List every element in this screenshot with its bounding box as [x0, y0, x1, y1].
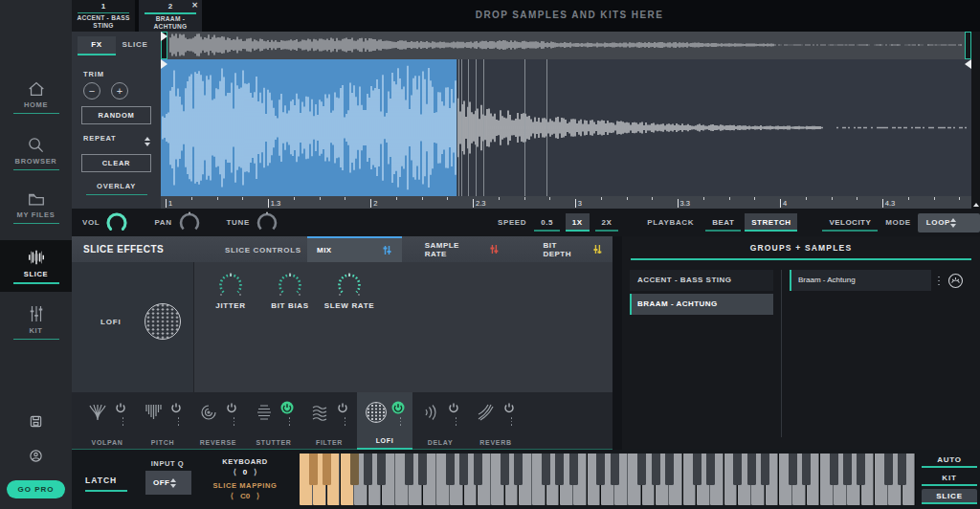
piano-key-black[interactable]	[843, 454, 852, 485]
piano-key-black[interactable]	[446, 454, 455, 485]
overlay-toggle[interactable]: OVERLAY	[72, 182, 161, 195]
power-toggle[interactable]	[391, 398, 405, 415]
trim-plus-button[interactable]: +	[111, 82, 128, 100]
power-toggle[interactable]	[447, 398, 460, 415]
piano-key-black[interactable]	[309, 454, 318, 485]
piano-key-black[interactable]	[706, 454, 715, 485]
power-toggle[interactable]	[169, 398, 183, 415]
ruler-expand-button[interactable]	[971, 198, 980, 209]
next-icon[interactable]: ⟩	[247, 468, 263, 476]
piano-key-black[interactable]	[761, 454, 769, 485]
power-toggle[interactable]	[280, 398, 294, 415]
lofi-effect-icon[interactable]	[145, 303, 181, 340]
piano-key-black[interactable]	[514, 454, 523, 485]
piano-key-black[interactable]	[789, 454, 797, 485]
vol-knob[interactable]	[104, 210, 129, 235]
slice-marker[interactable]	[468, 59, 469, 196]
piano-key-black[interactable]	[418, 454, 427, 485]
timeline-ruler[interactable]: 11.322.333.344.3	[161, 196, 971, 209]
sample-tab-2[interactable]: 2 ✕ BRAAM - ACHTUNG	[139, 0, 202, 32]
piano-key-black[interactable]	[802, 454, 811, 485]
piano-key-black[interactable]	[323, 454, 331, 485]
repeat-control[interactable]: REPEAT	[83, 134, 150, 149]
piano-key-black[interactable]	[474, 454, 482, 485]
slice-marker[interactable]	[458, 59, 459, 196]
speed-option-1x[interactable]: 1X	[566, 213, 590, 232]
random-button[interactable]: RANDOM	[81, 106, 151, 124]
slice-marker[interactable]	[461, 59, 462, 196]
piano-key-black[interactable]	[637, 454, 646, 485]
stepper-icon[interactable]	[950, 215, 975, 231]
options-dots-icon[interactable]	[938, 274, 940, 288]
velocity-toggle[interactable]: VELOCITY	[822, 213, 878, 232]
piano-key-black[interactable]	[747, 454, 756, 485]
rack-effect-volpan[interactable]: VOLPAN	[79, 392, 135, 450]
options-dots-icon[interactable]	[345, 415, 346, 428]
piano-key-black[interactable]	[665, 454, 674, 485]
piano-key-black[interactable]	[555, 454, 564, 485]
rack-effect-pitch[interactable]: PITCH	[135, 392, 190, 450]
tab-sample-rate[interactable]: SAMPLE RATE	[415, 236, 509, 262]
clear-button[interactable]: CLEAR	[81, 154, 151, 172]
playback-option-stretch[interactable]: STRETCH	[745, 213, 797, 232]
pan-knob[interactable]	[177, 210, 202, 235]
latch-toggle[interactable]: LATCH	[85, 476, 127, 492]
speed-option-2x[interactable]: 2X	[595, 213, 619, 232]
account-button[interactable]	[0, 447, 72, 464]
sidebar-item-my-files[interactable]: MY FILES	[0, 191, 72, 224]
mode-select[interactable]: LOOP	[918, 213, 980, 232]
go-pro-button[interactable]: GO PRO	[7, 480, 65, 498]
sample-tab-1[interactable]: 1 ACCENT - BASS STING	[72, 0, 135, 32]
sidebar-item-kit[interactable]: KIT	[0, 304, 72, 340]
power-toggle[interactable]	[114, 398, 127, 415]
options-dots-icon[interactable]	[178, 415, 180, 428]
waveform-overview[interactable]	[161, 32, 971, 59]
piano-key-black[interactable]	[542, 454, 550, 485]
playhead-marker[interactable]	[161, 59, 167, 69]
piano-key-black[interactable]	[350, 454, 359, 485]
jitter-knob[interactable]	[216, 271, 245, 299]
options-dots-icon[interactable]	[400, 415, 402, 428]
slice-marker[interactable]	[524, 59, 525, 196]
piano-key-black[interactable]	[693, 454, 702, 485]
piano-key-black[interactable]	[830, 454, 838, 485]
rack-effect-reverb[interactable]: REVERB	[468, 392, 523, 450]
trim-minus-button[interactable]: −	[83, 82, 100, 100]
rack-effect-stutter[interactable]: STUTTER	[246, 392, 301, 450]
view-auto-button[interactable]: AUTO	[922, 453, 977, 468]
tab-fx[interactable]: FX	[78, 36, 116, 55]
prev-icon[interactable]: ⟨	[227, 468, 243, 476]
group-item-selected[interactable]: BRAAM - ACHTUNG	[630, 294, 773, 315]
power-toggle[interactable]	[502, 398, 516, 415]
close-icon[interactable]: ✕	[191, 1, 198, 10]
tab-slice[interactable]: SLICE	[116, 36, 154, 55]
playback-option-beat[interactable]: BEAT	[705, 213, 741, 232]
loop-end-marker[interactable]	[965, 59, 971, 69]
stepper-icon[interactable]	[170, 476, 188, 491]
sidebar-item-browser[interactable]: BROWSER	[0, 136, 72, 170]
rack-effect-delay[interactable]: DELAY	[412, 392, 468, 450]
prev-icon[interactable]: ⟨	[224, 492, 240, 500]
save-kit-button[interactable]	[0, 412, 72, 430]
tab-bit-depth[interactable]: BIT DEPTH	[533, 236, 612, 262]
stepper-icon[interactable]	[145, 134, 150, 149]
options-dots-icon[interactable]	[122, 415, 124, 428]
piano-key-black[interactable]	[884, 454, 893, 485]
piano-key-black[interactable]	[611, 454, 619, 485]
knob-gauge-icon[interactable]	[947, 272, 964, 289]
input-q-select[interactable]: OFF	[145, 471, 191, 495]
loop-start-marker[interactable]	[161, 32, 167, 41]
next-icon[interactable]: ⟩	[250, 492, 266, 500]
sidebar-item-home[interactable]: HOME	[0, 80, 72, 114]
options-dots-icon[interactable]	[234, 415, 235, 428]
tune-knob[interactable]	[255, 210, 279, 235]
piano-key-black[interactable]	[377, 454, 386, 485]
piano-key-black[interactable]	[569, 454, 578, 485]
options-dots-icon[interactable]	[456, 415, 457, 428]
power-toggle[interactable]	[225, 398, 238, 415]
speed-option-05[interactable]: 0.5	[534, 213, 560, 232]
rack-effect-lofi[interactable]: LOFI	[357, 392, 412, 450]
piano-key-black[interactable]	[405, 454, 413, 485]
rack-effect-filter[interactable]: FILTER	[301, 392, 357, 450]
slew-rate-knob[interactable]	[335, 271, 364, 299]
